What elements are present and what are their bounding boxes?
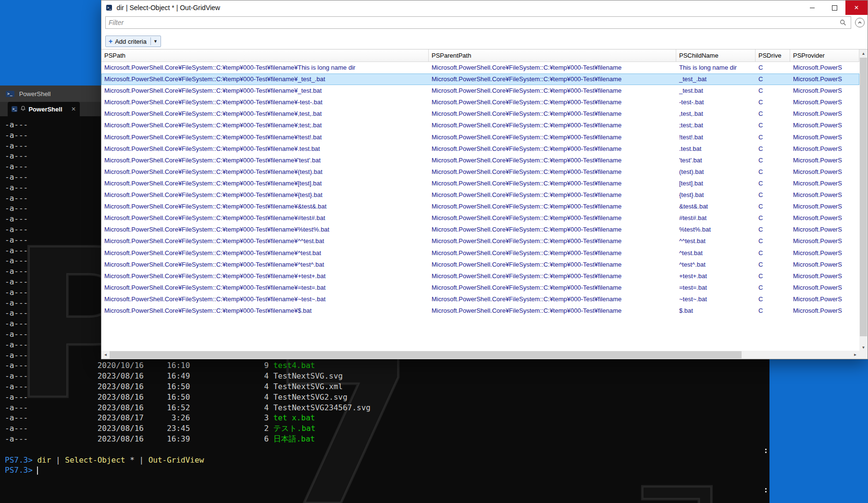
grid-row[interactable]: Microsoft.PowerShell.Core¥FileSystem::C:…: [101, 247, 859, 259]
grid-cell-parent: Microsoft.PowerShell.Core¥FileSystem::C:…: [429, 247, 676, 259]
prompt: PS7.3>: [5, 455, 37, 465]
grid-cell-pspath: Microsoft.PowerShell.Core¥FileSystem::C:…: [101, 74, 429, 85]
tab-powershell[interactable]: >_ PowerShell ✕: [8, 102, 80, 116]
grid-cell-parent: Microsoft.PowerShell.Core¥FileSystem::C:…: [429, 108, 676, 120]
file-name: test4.bat: [273, 361, 315, 370]
scroll-up-icon[interactable]: ▲: [859, 49, 868, 58]
tab-label: PowerShell: [28, 106, 62, 113]
grid-cell-parent: Microsoft.PowerShell.Core¥FileSystem::C:…: [429, 294, 676, 305]
grid-row[interactable]: Microsoft.PowerShell.Core¥FileSystem::C:…: [101, 270, 859, 282]
grid-row[interactable]: Microsoft.PowerShell.Core¥FileSystem::C:…: [101, 85, 859, 97]
scrollbar-dots: [765, 488, 767, 490]
grid-cell-drive: C: [756, 132, 790, 143]
grid-cell-parent: Microsoft.PowerShell.Core¥FileSystem::C:…: [429, 259, 676, 270]
grid-row[interactable]: Microsoft.PowerShell.Core¥FileSystem::C:…: [101, 189, 859, 201]
file-name: テスト.bat: [273, 424, 316, 433]
chevron-up-icon: [857, 20, 862, 25]
column-header-psdrive[interactable]: PSDrive: [756, 49, 790, 62]
terminal-icon: >_: [6, 91, 14, 97]
grid-cell-parent: Microsoft.PowerShell.Core¥FileSystem::C:…: [429, 120, 676, 131]
grid-cell-child: ^^test.bat: [676, 235, 756, 247]
file-name: TestNextSVG.svg: [273, 371, 343, 380]
grid-cell-drive: C: [756, 294, 790, 305]
grid-cell-child: _test_.bat: [676, 74, 756, 85]
tab-close-button[interactable]: ✕: [71, 106, 76, 112]
powershell-icon: >_: [12, 106, 17, 112]
out-gridview-window[interactable]: >_ dir | Select-Object * | Out-GridView …: [101, 0, 868, 359]
divider: [150, 37, 151, 45]
horizontal-scrollbar[interactable]: ◄ ►: [101, 351, 859, 359]
grid-row[interactable]: Microsoft.PowerShell.Core¥FileSystem::C:…: [101, 97, 859, 108]
scroll-left-icon[interactable]: ◄: [101, 351, 110, 359]
grid-cell-provider: Microsoft.PowerS: [790, 235, 859, 247]
grid-cell-parent: Microsoft.PowerShell.Core¥FileSystem::C:…: [429, 201, 676, 212]
vertical-scrollbar[interactable]: ▲ ▼: [859, 49, 868, 352]
filter-input[interactable]: [105, 16, 851, 29]
grid-row[interactable]: Microsoft.PowerShell.Core¥FileSystem::C:…: [101, 212, 859, 224]
bell-icon: [20, 105, 26, 113]
grid-cell-drive: C: [756, 108, 790, 120]
grid-cell-child: %test%.bat: [676, 224, 756, 235]
vertical-scroll-thumb[interactable]: [860, 58, 867, 336]
maximize-button[interactable]: [823, 0, 845, 15]
grid-cell-drive: C: [756, 224, 790, 235]
grid-cell-provider: Microsoft.PowerS: [790, 282, 859, 294]
grid-row[interactable]: Microsoft.PowerShell.Core¥FileSystem::C:…: [101, 178, 859, 189]
search-icon: [840, 19, 846, 28]
grid-row[interactable]: Microsoft.PowerShell.Core¥FileSystem::C:…: [101, 132, 859, 143]
close-button[interactable]: ✕: [845, 0, 868, 15]
grid-row[interactable]: Microsoft.PowerShell.Core¥FileSystem::C:…: [101, 166, 859, 178]
terminal-line: PS7.3>: [5, 466, 769, 476]
scroll-right-icon[interactable]: ►: [851, 351, 859, 359]
grid-row[interactable]: Microsoft.PowerShell.Core¥FileSystem::C:…: [101, 294, 859, 305]
terminal-cursor: [37, 466, 38, 475]
grid-cell-pspath: Microsoft.PowerShell.Core¥FileSystem::C:…: [101, 108, 429, 120]
grid-cell-drive: C: [756, 235, 790, 247]
grid-cell-pspath: Microsoft.PowerShell.Core¥FileSystem::C:…: [101, 201, 429, 212]
powershell-icon: >_: [106, 5, 112, 11]
grid-row[interactable]: Microsoft.PowerShell.Core¥FileSystem::C:…: [101, 62, 859, 74]
grid-row[interactable]: Microsoft.PowerShell.Core¥FileSystem::C:…: [101, 235, 859, 247]
minimize-button[interactable]: [801, 0, 823, 15]
grid-cell-drive: C: [756, 166, 790, 178]
grid-cell-child: {test}.bat: [676, 189, 756, 201]
grid-row[interactable]: Microsoft.PowerShell.Core¥FileSystem::C:…: [101, 282, 859, 294]
grid-cell-drive: C: [756, 270, 790, 282]
grid-cell-parent: Microsoft.PowerShell.Core¥FileSystem::C:…: [429, 282, 676, 294]
column-header-pspath[interactable]: PSPath: [101, 49, 429, 62]
chevron-down-icon: ▼: [153, 39, 158, 44]
grid-row[interactable]: Microsoft.PowerShell.Core¥FileSystem::C:…: [101, 259, 859, 270]
file-name: TestNextSVG.xml: [273, 382, 343, 391]
grid-row[interactable]: Microsoft.PowerShell.Core¥FileSystem::C:…: [101, 155, 859, 166]
grid-cell-provider: Microsoft.PowerS: [790, 143, 859, 155]
column-header-psparentpath[interactable]: PSParentPath: [429, 49, 676, 62]
column-header-psprovider[interactable]: PSProvider: [790, 49, 859, 62]
grid-cell-provider: Microsoft.PowerS: [790, 270, 859, 282]
grid-cell-child: .test.bat: [676, 143, 756, 155]
minimize-icon: [810, 8, 815, 8]
grid-row[interactable]: Microsoft.PowerShell.Core¥FileSystem::C:…: [101, 74, 859, 85]
collapse-query-button[interactable]: [855, 18, 865, 27]
grid-header: PSPath PSParentPath PSChildName PSDrive …: [101, 49, 859, 62]
grid-cell-pspath: Microsoft.PowerShell.Core¥FileSystem::C:…: [101, 189, 429, 201]
grid-cell-parent: Microsoft.PowerShell.Core¥FileSystem::C:…: [429, 189, 676, 201]
horizontal-scroll-thumb[interactable]: [110, 351, 742, 358]
grid-row[interactable]: Microsoft.PowerShell.Core¥FileSystem::C:…: [101, 224, 859, 235]
grid-cell-child: 'test'.bat: [676, 155, 756, 166]
grid-cell-provider: Microsoft.PowerS: [790, 166, 859, 178]
data-grid: PSPath PSParentPath PSChildName PSDrive …: [101, 49, 868, 359]
grid-cell-pspath: Microsoft.PowerShell.Core¥FileSystem::C:…: [101, 178, 429, 189]
grid-row[interactable]: Microsoft.PowerShell.Core¥FileSystem::C:…: [101, 143, 859, 155]
grid-cell-pspath: Microsoft.PowerShell.Core¥FileSystem::C:…: [101, 235, 429, 247]
filter-row: [101, 15, 868, 30]
grid-row[interactable]: Microsoft.PowerShell.Core¥FileSystem::C:…: [101, 201, 859, 212]
grid-row[interactable]: Microsoft.PowerShell.Core¥FileSystem::C:…: [101, 120, 859, 131]
grid-cell-child: ;test;.bat: [676, 120, 756, 131]
grid-row[interactable]: Microsoft.PowerShell.Core¥FileSystem::C:…: [101, 108, 859, 120]
grid-cell-pspath: Microsoft.PowerShell.Core¥FileSystem::C:…: [101, 97, 429, 108]
grid-cell-child: &test&.bat: [676, 201, 756, 212]
add-criteria-button[interactable]: + Add criteria ▼: [105, 36, 161, 47]
column-header-pschildname[interactable]: PSChildName: [676, 49, 756, 62]
grid-row[interactable]: Microsoft.PowerShell.Core¥FileSystem::C:…: [101, 305, 859, 317]
grid-cell-drive: C: [756, 155, 790, 166]
